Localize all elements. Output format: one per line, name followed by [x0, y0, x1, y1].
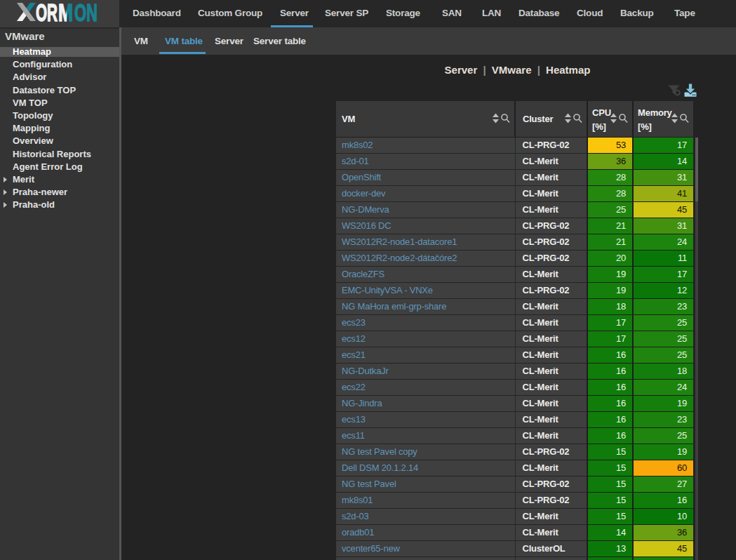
svg-text:OR: OR	[36, 0, 58, 26]
svg-text:M: M	[58, 0, 73, 26]
svg-text:ON: ON	[74, 0, 98, 26]
